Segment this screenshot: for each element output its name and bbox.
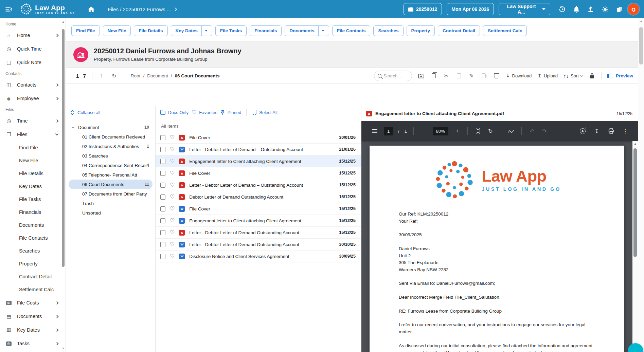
- theme-brightness-icon[interactable]: [601, 5, 609, 13]
- sidebar-item[interactable]: ◷ Quick Time: [0, 42, 66, 56]
- favorite-heart-icon[interactable]: ♡: [170, 193, 175, 200]
- docs-only-filter[interactable]: Docs Only: [160, 110, 189, 115]
- row-checkbox[interactable]: [160, 171, 165, 176]
- action-button[interactable]: Contract Detail: [438, 25, 480, 36]
- tree-folder[interactable]: 03 Searches: [69, 151, 153, 161]
- sidebar-item[interactable]: ◷ Time: [0, 114, 66, 128]
- favorite-heart-icon[interactable]: ♡: [170, 217, 175, 224]
- file-row[interactable]: ♡ W Letter - Debtor Letter of Demand Out…: [156, 239, 361, 251]
- row-checkbox[interactable]: [160, 183, 165, 188]
- sidebar-item[interactable]: Contacts: [0, 69, 66, 78]
- download-button[interactable]: ↧ Download: [506, 73, 532, 79]
- scrollbar-thumb[interactable]: [633, 148, 637, 257]
- scrollbar-thumb[interactable]: [639, 27, 643, 64]
- chevron-down-icon[interactable]: [72, 126, 74, 128]
- tree-folder[interactable]: Trash: [69, 199, 153, 208]
- refresh-icon[interactable]: ↻: [110, 73, 118, 79]
- sidebar-item[interactable]: ◫ Contacts: [0, 78, 66, 92]
- row-checkbox[interactable]: [160, 218, 165, 223]
- more-options-icon[interactable]: ⋮: [622, 128, 629, 134]
- rename-icon[interactable]: ✎: [468, 72, 475, 79]
- sidebar-item[interactable]: ▦ Key Dates: [0, 323, 66, 337]
- row-checkbox[interactable]: [160, 254, 165, 259]
- file-row[interactable]: ♡ W File Cover 30/01/26: [156, 132, 361, 144]
- pdf-download-icon[interactable]: ↧: [593, 128, 601, 134]
- copy-icon[interactable]: [430, 72, 437, 79]
- page-number-input[interactable]: 1: [384, 127, 393, 135]
- file-row[interactable]: ♡ W Engagement letter to Client attachin…: [156, 155, 361, 167]
- move-document-icon[interactable]: [481, 72, 487, 79]
- paste-icon[interactable]: [455, 72, 462, 79]
- delete-icon[interactable]: [493, 72, 500, 79]
- scroll-up-icon[interactable]: ▲: [61, 20, 65, 23]
- file-row[interactable]: ♡ W Letter - Debtor Letter of Demand Out…: [156, 227, 361, 239]
- favorite-heart-icon[interactable]: ♡: [170, 134, 175, 141]
- favorite-heart-icon[interactable]: ♡: [170, 253, 175, 259]
- sidebar-item[interactable]: Key Dates: [0, 180, 66, 193]
- action-button[interactable]: File Details: [134, 25, 167, 36]
- sidebar-item[interactable]: Settlement Calc: [0, 283, 66, 296]
- cut-icon[interactable]: ✂: [443, 72, 450, 79]
- favorite-heart-icon[interactable]: ♡: [170, 229, 175, 236]
- document-search[interactable]: [374, 71, 412, 81]
- undo-icon[interactable]: ↶: [528, 128, 536, 134]
- sidebar-item[interactable]: ▤ Documents: [0, 310, 66, 323]
- favorite-heart-icon[interactable]: ♡: [170, 182, 175, 188]
- sidebar-item[interactable]: ılı Tasks: [0, 337, 66, 350]
- file-row[interactable]: ♡ W Engagement letter to Client attachin…: [156, 215, 361, 227]
- sidebar-item[interactable]: New File: [0, 154, 66, 167]
- sort-button[interactable]: ↑↓ Sort: [564, 73, 583, 79]
- zoom-in-icon[interactable]: +: [453, 128, 461, 134]
- tree-folder[interactable]: 04 Correspondence Sent-Receiv… 4: [69, 161, 153, 170]
- tree-folder[interactable]: 01 Client Documents Recieved: [69, 132, 153, 142]
- sidebar-item[interactable]: Searches: [0, 244, 66, 257]
- action-button[interactable]: Documents: [285, 25, 329, 36]
- row-checkbox[interactable]: [160, 135, 165, 140]
- file-row[interactable]: ♡ W Letter - Debtor Letter of Demand – O…: [156, 144, 361, 155]
- pinned-filter[interactable]: Pinned: [220, 110, 241, 115]
- scroll-up-icon[interactable]: ▲: [632, 141, 638, 145]
- sidebar-item[interactable]: Financials: [0, 206, 66, 219]
- zoom-level[interactable]: 80%: [433, 127, 448, 135]
- preview-toggle-button[interactable]: Preview: [607, 73, 633, 78]
- new-folder-icon[interactable]: [418, 72, 425, 79]
- notifications-bell-icon[interactable]: [573, 5, 580, 13]
- breadcrumb-root[interactable]: Root: [131, 73, 141, 78]
- favorite-heart-icon[interactable]: ♡: [170, 170, 175, 176]
- pdf-scrollbar[interactable]: ▲: [632, 141, 638, 352]
- sidebar-item[interactable]: Files: [0, 105, 66, 114]
- window-scrollbar[interactable]: ▲ ▼: [638, 18, 644, 352]
- collapse-all-button[interactable]: Collapse all: [66, 106, 155, 119]
- sidebar-item[interactable]: ⌂ Home: [0, 29, 66, 42]
- sidebar-item[interactable]: Property: [0, 257, 66, 270]
- sidebar-item[interactable]: $: File Costs: [0, 296, 66, 310]
- history-icon[interactable]: [558, 5, 566, 13]
- collapse-menu-icon[interactable]: [5, 5, 14, 14]
- row-checkbox[interactable]: [160, 194, 165, 200]
- favorite-heart-icon[interactable]: ♡: [170, 205, 175, 212]
- row-checkbox[interactable]: [160, 230, 165, 235]
- action-button[interactable]: Find File: [71, 25, 100, 36]
- action-button[interactable]: File Contacts: [332, 25, 371, 36]
- sidebar-item[interactable]: Documents: [0, 219, 66, 231]
- file-row[interactable]: ♡ W Letter - Debtor Letter of Demand – O…: [156, 179, 361, 191]
- fit-page-icon[interactable]: [474, 128, 482, 134]
- rotate-icon[interactable]: ↻: [487, 128, 494, 134]
- sidebar-item[interactable]: Contract Detail: [0, 270, 66, 283]
- app-logo[interactable]: Law App JUST LOG IN AND GO: [20, 3, 75, 16]
- tree-folder[interactable]: 05 Telephone- Personal Att: [69, 170, 153, 180]
- tree-root-document[interactable]: Document 10: [69, 123, 153, 132]
- action-button[interactable]: Financials: [250, 25, 282, 36]
- scroll-up-icon[interactable]: ▲: [638, 19, 644, 22]
- zoom-out-icon[interactable]: −: [420, 128, 428, 134]
- home-icon[interactable]: [87, 5, 95, 13]
- user-avatar[interactable]: Q: [628, 3, 639, 15]
- scrollbar-thumb[interactable]: [62, 29, 65, 267]
- sidebar-item[interactable]: Accounts: [0, 350, 66, 352]
- pdf-menu-icon[interactable]: [372, 129, 377, 133]
- action-button[interactable]: Settlement Calc: [483, 25, 527, 36]
- draw-annotate-icon[interactable]: [507, 129, 515, 133]
- search-input[interactable]: [383, 73, 407, 78]
- breadcrumb-document[interactable]: Document: [147, 73, 168, 78]
- upload-icon[interactable]: [587, 5, 594, 13]
